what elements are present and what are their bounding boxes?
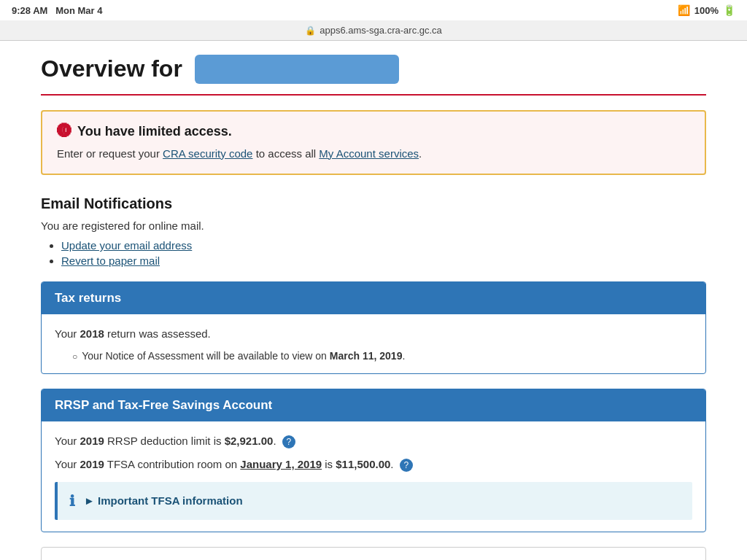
status-bar: 9:28 AM Mon Mar 4 📶 100% 🔋 xyxy=(0,0,747,20)
browser-url: apps6.ams-sga.cra-arc.gc.ca xyxy=(320,25,442,36)
status-time: 9:28 AM xyxy=(12,5,47,16)
tax-assessment-date: March 11, 2019 xyxy=(330,350,403,362)
status-time-date: 9:28 AM Mon Mar 4 xyxy=(12,5,103,16)
alert-body: Enter or request your CRA security code … xyxy=(57,146,690,163)
battery-level: 100% xyxy=(694,5,719,16)
browser-bar: 🔒 apps6.ams-sga.cra-arc.gc.ca xyxy=(0,20,747,41)
alert-title: ⓿ You have limited access. xyxy=(57,123,690,140)
tfsa-contribution-line: Your 2019 TFSA contribution room on Janu… xyxy=(55,456,692,473)
tax-returns-sub-item: Your Notice of Assessment will be availa… xyxy=(55,350,692,362)
tax-returns-card: Tax returns Your 2018 return was assesse… xyxy=(41,281,706,374)
alert-error-icon: ⓿ xyxy=(57,123,71,140)
page-title: Overview for xyxy=(41,55,706,85)
alert-box: ⓿ You have limited access. Enter or requ… xyxy=(41,110,706,176)
page-divider xyxy=(41,94,706,96)
update-email-link[interactable]: Update your email address xyxy=(61,239,192,252)
tfsa-year: 2019 xyxy=(80,458,104,470)
payment-card: Making a payment How to make a payment P… xyxy=(41,547,706,560)
rrsp-tfsa-header: RRSP and Tax-Free Savings Account xyxy=(42,389,705,421)
payment-header: Making a payment xyxy=(42,548,705,560)
battery-icon: 🔋 xyxy=(723,4,735,16)
rrsp-deduction-line: Your 2019 RRSP deduction limit is $2,921… xyxy=(55,433,692,450)
tfsa-help-icon[interactable]: ? xyxy=(400,459,413,472)
lock-icon: 🔒 xyxy=(305,26,316,36)
rrsp-value: $2,921.00 xyxy=(225,435,274,447)
page-title-redacted xyxy=(195,55,399,84)
rrsp-year: 2019 xyxy=(80,435,104,447)
list-item: Revert to paper mail xyxy=(61,254,706,267)
revert-to-paper-mail-link[interactable]: Revert to paper mail xyxy=(61,254,160,267)
wifi-icon: 📶 xyxy=(678,4,690,16)
tax-returns-header: Tax returns xyxy=(42,282,705,314)
email-links-list: Update your email address Revert to pape… xyxy=(41,239,706,267)
tfsa-info-box: ℹ ► Important TFSA information xyxy=(55,482,692,520)
tfsa-value: $11,500.00 xyxy=(336,458,390,470)
cra-security-code-link[interactable]: CRA security code xyxy=(163,147,252,160)
email-notifications-heading: Email Notifications xyxy=(41,195,706,212)
tax-returns-body: Your 2018 return was assessed. Your Noti… xyxy=(42,314,705,373)
tax-returns-text: Your 2018 return was assessed. xyxy=(55,326,692,343)
tax-year: 2018 xyxy=(80,327,104,340)
list-item: Update your email address xyxy=(61,239,706,252)
important-tfsa-info-link[interactable]: ► Important TFSA information xyxy=(84,494,243,507)
main-content: Overview for ⓿ You have limited access. … xyxy=(23,41,724,560)
status-date: Mon Mar 4 xyxy=(55,5,102,16)
status-indicators: 📶 100% 🔋 xyxy=(678,4,735,16)
email-notifications-section: Email Notifications You are registered f… xyxy=(41,195,706,267)
rrsp-help-icon[interactable]: ? xyxy=(282,435,295,448)
info-circle-icon: ℹ xyxy=(69,492,75,510)
rrsp-tfsa-card: RRSP and Tax-Free Savings Account Your 2… xyxy=(41,389,706,532)
rrsp-tfsa-body: Your 2019 RRSP deduction limit is $2,921… xyxy=(42,421,705,532)
email-status-text: You are registered for online mail. xyxy=(41,219,706,232)
my-account-services-link[interactable]: My Account services xyxy=(319,147,419,160)
